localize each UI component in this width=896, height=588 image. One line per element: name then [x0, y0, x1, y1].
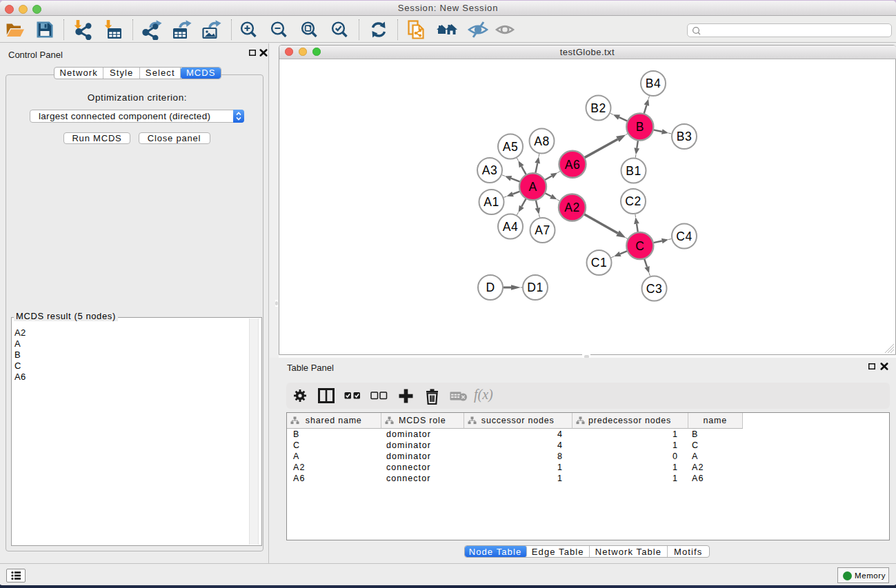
svg-text:B4: B4: [645, 77, 660, 90]
svg-text:C4: C4: [676, 229, 692, 243]
svg-text:A7: A7: [535, 223, 550, 237]
svg-text:B3: B3: [676, 130, 691, 143]
svg-text:B1: B1: [626, 163, 641, 177]
svg-text:A8: A8: [534, 134, 549, 148]
svg-text:A1: A1: [484, 195, 499, 209]
svg-text:A6: A6: [564, 157, 579, 171]
svg-text:A5: A5: [502, 139, 517, 153]
svg-text:C3: C3: [646, 281, 661, 295]
svg-text:A2: A2: [564, 201, 579, 214]
svg-text:A3: A3: [481, 163, 497, 177]
svg-text:B2: B2: [590, 101, 606, 114]
svg-text:B: B: [635, 120, 644, 134]
svg-text:C: C: [635, 239, 644, 252]
svg-text:D1: D1: [527, 281, 543, 294]
svg-text:C1: C1: [590, 256, 606, 270]
svg-text:A4: A4: [502, 219, 517, 233]
svg-text:D: D: [486, 281, 495, 294]
svg-text:A: A: [528, 180, 537, 194]
svg-text:C2: C2: [625, 194, 641, 208]
